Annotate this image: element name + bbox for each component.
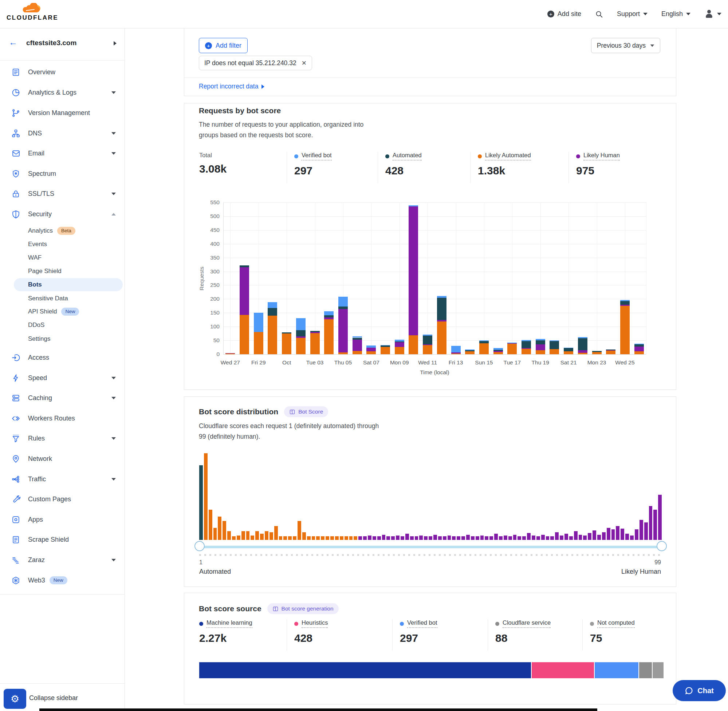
gridline	[597, 202, 597, 354]
sidebar-item-label: Spectrum	[28, 170, 56, 178]
sidebar-item-page-shield[interactable]: Page Shield	[0, 265, 124, 278]
sidebar-item-workers-routes[interactable]: Workers Routes	[0, 411, 124, 426]
sidebar-item-zaraz[interactable]: Zaraz	[0, 553, 124, 567]
bar-segment-likely-automated	[423, 345, 432, 354]
bar-segment-verified-bot	[437, 296, 446, 298]
bar-segment-automated	[423, 336, 432, 344]
y-axis-tick: 100	[197, 323, 220, 330]
sidebar-item-analytics-logs[interactable]: Analytics & Logs	[0, 85, 124, 100]
stat-likely-automated: Likely Automated1.38k	[470, 152, 569, 183]
stat-value: 975	[576, 165, 667, 177]
histogram-bar	[579, 535, 582, 540]
sidebar-item-caching[interactable]: Caching	[0, 391, 124, 405]
bar-segment-likely-automated	[564, 351, 573, 354]
slider-handle-min[interactable]	[195, 541, 205, 551]
add-site-button[interactable]: + Add site	[547, 10, 581, 18]
ssl-tls-icon	[11, 189, 21, 198]
sidebar-item-label: Custom Pages	[28, 496, 71, 503]
sidebar-item-access[interactable]: Access	[0, 350, 124, 365]
custom-pages-icon	[11, 494, 21, 504]
stat-label[interactable]: Likely Automated	[478, 152, 569, 161]
sidebar-item-web3[interactable]: Web3New	[0, 573, 124, 588]
bar-segment-likely-automated	[254, 332, 263, 354]
stat-label[interactable]: Automated	[385, 152, 471, 161]
time-range-dropdown[interactable]: Previous 30 days	[591, 38, 660, 53]
top-header: CLOUDFLARE + Add site Support English	[0, 0, 728, 28]
bar-segment-verified-bot	[620, 300, 630, 301]
site-selector[interactable]: ← cftestsite3.com	[0, 28, 124, 60]
cloudflare-logo: CLOUDFLARE	[7, 3, 58, 22]
sidebar-item-ddos[interactable]: DDoS	[0, 319, 124, 332]
sidebar-item-apps[interactable]: Apps	[0, 512, 124, 527]
collapse-sidebar-button[interactable]: Collapse sidebar	[29, 694, 78, 702]
sidebar-item-overview[interactable]: Overview	[0, 65, 124, 80]
add-filter-button[interactable]: + Add filter	[199, 38, 248, 53]
histogram-bar	[616, 526, 619, 540]
filter-chip[interactable]: IP does not equal 35.212.240.32 ✕	[199, 56, 312, 70]
y-axis-tick: 400	[197, 240, 220, 247]
stat-label[interactable]: Verified bot	[400, 619, 488, 628]
sidebar-item-version-management[interactable]: Version Management	[0, 106, 124, 120]
chat-button[interactable]: Chat	[673, 680, 726, 701]
sidebar-item-traffic[interactable]: Traffic	[0, 472, 124, 486]
histogram-bar	[597, 535, 601, 540]
stat-label[interactable]: Not computed	[590, 619, 666, 628]
sidebar-item-rules[interactable]: Rules	[0, 431, 124, 445]
stat-value: 75	[590, 632, 666, 645]
stat-value: 428	[385, 165, 471, 177]
stat-label[interactable]: Machine learning	[199, 619, 279, 628]
sidebar-item-network[interactable]: Network	[0, 451, 124, 466]
sidebar-item-security[interactable]: Security	[0, 207, 124, 221]
bot-score-doc-badge[interactable]: Bot Score	[284, 406, 328, 417]
sidebar-item-events[interactable]: Events	[0, 238, 124, 251]
sidebar-item-email[interactable]: Email	[0, 146, 124, 161]
settings-gear-button[interactable]: ⚙	[4, 689, 26, 709]
histogram-bar	[649, 506, 653, 540]
rules-icon	[11, 434, 21, 443]
legend-dot	[294, 154, 298, 158]
support-menu[interactable]: Support	[617, 10, 648, 18]
bar-segment-automated	[479, 341, 489, 343]
slider-handle-max[interactable]	[657, 541, 667, 551]
report-incorrect-data-link[interactable]: Report incorrect data	[199, 83, 264, 90]
histogram-bar	[302, 532, 306, 540]
bar-segment-verified-bot	[381, 345, 390, 346]
sidebar-item-settings[interactable]: Settings	[0, 332, 124, 345]
bar-segment-automated	[338, 307, 348, 310]
back-arrow-icon[interactable]: ←	[9, 38, 18, 47]
stat-automated: Automated428	[378, 152, 471, 183]
bot-score-source-card: Bot score source Bot score generation Ma…	[184, 593, 676, 704]
sidebar-item-analytics[interactable]: AnalyticsBeta	[0, 224, 124, 237]
stat-label[interactable]: Cloudflare service	[495, 619, 583, 628]
report-row: Report incorrect data	[184, 78, 676, 96]
sidebar-item-waf[interactable]: WAF	[0, 251, 124, 264]
stat-label[interactable]: Heuristics	[294, 619, 393, 628]
bar-segment-automated	[564, 348, 573, 351]
stat-label[interactable]: Likely Human	[576, 152, 667, 161]
bar-segment-automated	[282, 332, 291, 333]
histogram-bar	[274, 526, 278, 540]
sidebar-item-ssl-tls[interactable]: SSL/TLS	[0, 186, 124, 201]
histogram-bar	[466, 535, 470, 540]
language-menu[interactable]: English	[662, 10, 691, 18]
sidebar-item-bots[interactable]: Bots	[14, 278, 123, 291]
histogram-bar	[564, 534, 568, 540]
sidebar-item-label: Caching	[28, 394, 52, 402]
sidebar-item-scrape-shield[interactable]: Scrape Shield	[0, 532, 124, 547]
stat-cloudflare-service: Cloudflare service88	[488, 619, 583, 651]
sidebar-item-sensitive-data[interactable]: Sensitive Data	[0, 292, 124, 305]
close-icon[interactable]: ✕	[301, 59, 307, 67]
bot-score-generation-doc-badge[interactable]: Bot score generation	[267, 603, 339, 614]
bar-segment-verified-bot	[395, 340, 404, 341]
score-range-slider-track[interactable]	[199, 546, 662, 548]
stat-label[interactable]: Verified bot	[294, 152, 378, 161]
chevron-right-icon[interactable]	[114, 41, 117, 46]
sidebar-item-spectrum[interactable]: Spectrum	[0, 167, 124, 181]
search-button[interactable]	[595, 10, 603, 18]
sidebar-item-speed[interactable]: Speed	[0, 370, 124, 385]
sidebar-item-dns[interactable]: DNS	[0, 126, 124, 140]
account-menu[interactable]	[704, 9, 721, 19]
gridline	[230, 202, 230, 354]
sidebar-item-custom-pages[interactable]: Custom Pages	[0, 492, 124, 506]
sidebar-item-api-shield[interactable]: API ShieldNew	[0, 305, 124, 318]
